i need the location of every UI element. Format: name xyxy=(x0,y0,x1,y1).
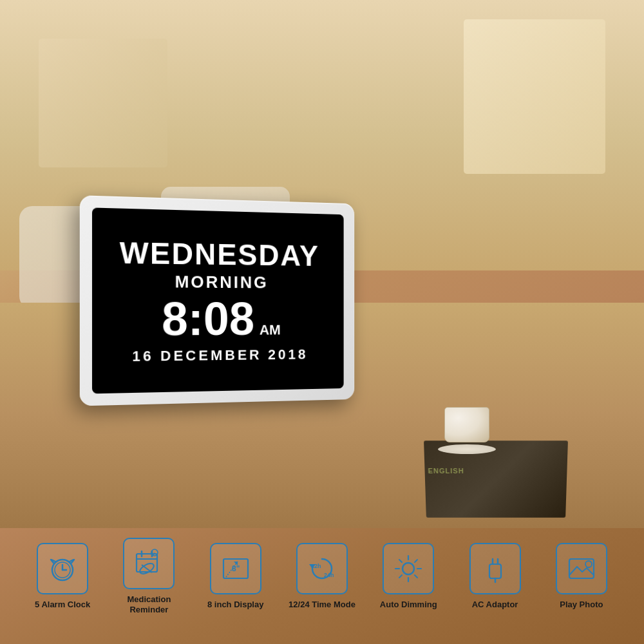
alarm-clock-label: 5 Alarm Clock xyxy=(35,600,90,610)
play-photo-icon xyxy=(565,553,598,585)
clock-frame: WEDNESDAY MORNING 8:08 AM 16 DECEMBER 20… xyxy=(80,195,354,406)
display-icon-box: 8" xyxy=(210,543,261,594)
clock-time: 8:08 xyxy=(162,295,254,342)
saucer xyxy=(438,444,496,454)
wall-panel-left xyxy=(39,39,167,167)
features-bar: 5 Alarm Clock ♪ Medication Reminder xyxy=(0,522,644,631)
ac-adaptor-label: AC Adaptor xyxy=(472,600,518,610)
svg-line-30 xyxy=(415,560,417,562)
ac-adaptor-icon xyxy=(479,553,511,585)
feature-medication: ♪ Medication Reminder xyxy=(110,538,187,614)
clock-date: 16 DECEMBER 2018 xyxy=(132,346,308,365)
medication-label: Medication Reminder xyxy=(110,594,187,614)
feature-play-photo: Play Photo xyxy=(543,543,620,610)
svg-line-29 xyxy=(415,575,417,578)
feature-ac-adaptor: AC Adaptor xyxy=(457,543,534,610)
alarm-clock-icon xyxy=(46,553,79,585)
clock-time-row: 8:08 AM xyxy=(162,295,281,342)
dimming-label: Auto Dimming xyxy=(380,600,437,610)
clock-device: WEDNESDAY MORNING 8:08 AM 16 DECEMBER 20… xyxy=(80,195,354,430)
svg-point-23 xyxy=(402,563,414,574)
clock-period: MORNING xyxy=(175,272,268,292)
cup xyxy=(444,407,496,454)
play-photo-icon-box xyxy=(556,543,607,594)
svg-line-31 xyxy=(399,575,402,578)
medication-icon: ♪ xyxy=(133,547,165,580)
dimming-icon-box xyxy=(383,543,434,594)
svg-text:♪: ♪ xyxy=(153,551,155,556)
display-label: 8 inch Display xyxy=(207,600,263,610)
wall-panel-right xyxy=(464,19,605,174)
display-icon: 8" xyxy=(220,553,252,585)
ac-adaptor-icon-box xyxy=(469,543,521,594)
svg-point-37 xyxy=(585,561,592,567)
timemode-icon-box: 12h 24h xyxy=(296,543,348,594)
svg-text:12h: 12h xyxy=(311,563,321,569)
alarm-clock-icon-box xyxy=(37,543,88,594)
dimming-icon xyxy=(392,553,424,585)
svg-rect-32 xyxy=(489,564,501,578)
clock-ampm: AM xyxy=(260,323,281,337)
feature-timemode: 12h 24h 12/24 Time Mode xyxy=(283,543,361,610)
svg-text:8": 8" xyxy=(232,564,240,573)
svg-line-28 xyxy=(399,560,402,562)
feature-alarm-clock: 5 Alarm Clock xyxy=(24,543,101,610)
svg-text:24h: 24h xyxy=(324,572,334,578)
timemode-icon: 12h 24h xyxy=(306,553,338,585)
clock-screen: WEDNESDAY MORNING 8:08 AM 16 DECEMBER 20… xyxy=(92,207,344,393)
clock-day: WEDNESDAY xyxy=(120,236,319,272)
cup-body xyxy=(444,407,489,442)
feature-dimming: Auto Dimming xyxy=(370,543,447,610)
feature-display: 8" 8 inch Display xyxy=(197,543,274,610)
medication-icon-box: ♪ xyxy=(123,538,175,589)
timemode-label: 12/24 Time Mode xyxy=(289,600,355,610)
play-photo-label: Play Photo xyxy=(560,600,603,610)
